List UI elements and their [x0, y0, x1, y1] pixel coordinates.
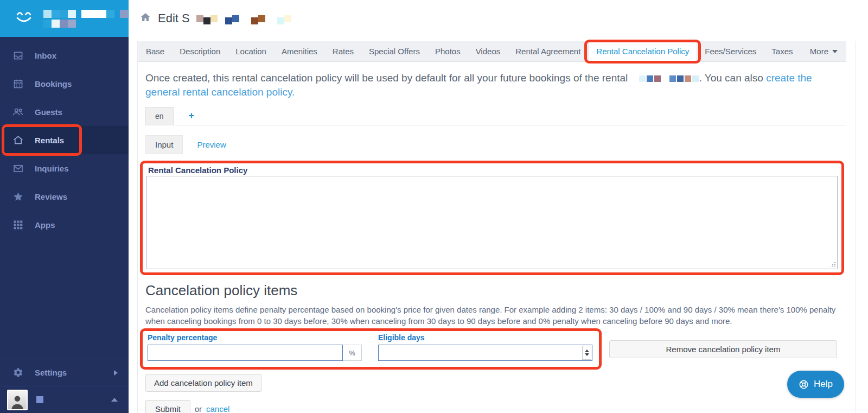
- submit-button[interactable]: Submit: [145, 400, 190, 413]
- more-label: More: [810, 47, 828, 56]
- penalty-percentage-field: Penalty percentage %: [148, 333, 362, 361]
- tab-input[interactable]: Input: [145, 135, 183, 154]
- envelope-icon: [12, 162, 24, 174]
- home-breadcrumb-icon[interactable]: [139, 11, 151, 26]
- calendar-icon: [12, 78, 24, 90]
- rental-section-tabs: Base Description Location Amenities Rate…: [138, 41, 846, 62]
- add-language-button[interactable]: +: [189, 110, 195, 122]
- tab-location[interactable]: Location: [228, 41, 274, 61]
- intro-text-part2: . You can also: [699, 72, 763, 84]
- app-logo-smiley-icon: [13, 7, 35, 30]
- sidebar-item-guests[interactable]: Guests: [0, 98, 129, 126]
- sidebar-nav: Inbox Bookings Guests Rentals: [0, 37, 129, 239]
- redaction-block: [68, 10, 76, 18]
- percent-addon: %: [343, 345, 362, 361]
- chevron-right-icon: [114, 370, 118, 376]
- star-icon: [12, 190, 24, 202]
- tab-amenities[interactable]: Amenities: [274, 41, 325, 61]
- tab-fees-services[interactable]: Fees/Services: [697, 41, 764, 61]
- redaction-block: [251, 17, 258, 24]
- help-label: Help: [814, 379, 833, 390]
- rental-name-redacted-inline: [639, 72, 661, 84]
- user-menu[interactable]: [0, 386, 129, 413]
- annotation-box-policy-editor: Rental Cancelation Policy: [140, 161, 844, 275]
- stepper-up-icon[interactable]: [585, 350, 589, 352]
- tabs-more-dropdown[interactable]: More: [801, 41, 846, 61]
- tab-rental-agreement[interactable]: Rental Agreement: [508, 41, 588, 61]
- sidebar-item-settings[interactable]: Settings: [0, 359, 129, 386]
- guests-people-icon: [12, 106, 24, 118]
- sidebar-item-label: Bookings: [35, 79, 72, 88]
- redaction-block: [43, 10, 52, 18]
- help-button[interactable]: Help: [787, 371, 844, 398]
- lifebuoy-icon: [799, 379, 809, 390]
- sidebar-item-label: Rentals: [35, 136, 64, 145]
- breadcrumb: Edit S: [129, 0, 868, 37]
- rental-name-redacted-inline: [669, 72, 699, 84]
- tab-language-en[interactable]: en: [145, 107, 174, 125]
- penalty-percentage-label: Penalty percentage: [148, 333, 362, 342]
- stepper-down-icon[interactable]: [585, 353, 589, 356]
- sidebar-item-apps[interactable]: Apps: [0, 211, 129, 239]
- redaction-block: [647, 75, 653, 82]
- sidebar-item-label: Inbox: [35, 51, 56, 60]
- sidebar-spacer: [0, 239, 129, 359]
- sidebar-item-label: Apps: [35, 220, 55, 230]
- sidebar-item-bookings[interactable]: Bookings: [0, 69, 129, 98]
- tab-videos[interactable]: Videos: [468, 41, 508, 61]
- penalty-percentage-input[interactable]: [148, 345, 343, 361]
- section-title: Cancelation policy items: [145, 282, 855, 299]
- tab-rental-cancelation-policy[interactable]: Rental Cancelation Policy: [588, 41, 697, 61]
- app-window: Inbox Bookings Guests Rentals: [0, 0, 868, 413]
- redaction-block: [677, 75, 684, 82]
- redaction-block: [81, 10, 106, 18]
- tab-description[interactable]: Description: [172, 41, 228, 61]
- caret-down-icon: [832, 50, 838, 53]
- rental-edit-panel: Base Description Location Amenities Rate…: [137, 41, 856, 413]
- redaction-block: [654, 75, 661, 82]
- sidebar-item-inquiries[interactable]: Inquiries: [0, 154, 129, 182]
- eligible-days-input[interactable]: [378, 345, 592, 361]
- language-tabs: en +: [145, 107, 846, 125]
- redaction-block: [52, 20, 60, 28]
- tab-taxes[interactable]: Taxes: [764, 41, 800, 61]
- intro-text: Once created, this rental cancelation po…: [145, 71, 844, 99]
- home-icon: [12, 134, 24, 146]
- rental-cancelation-policy-textarea[interactable]: [146, 176, 838, 269]
- redaction-block: [196, 15, 203, 22]
- redaction-block: [232, 15, 239, 22]
- form-actions: Submit or cancel: [145, 400, 855, 413]
- editor-mode-tabs: Input Preview: [145, 135, 855, 154]
- tab-preview[interactable]: Preview: [197, 140, 226, 149]
- number-stepper[interactable]: [582, 346, 591, 360]
- add-cancelation-policy-item-button[interactable]: Add cancelation policy item: [145, 374, 261, 392]
- main-content: Edit S Base Description Location Ameniti…: [129, 0, 868, 413]
- redaction-block: [284, 15, 291, 22]
- sidebar-item-inbox[interactable]: Inbox: [0, 41, 129, 69]
- tab-special-offers[interactable]: Special Offers: [361, 41, 427, 61]
- user-name-redacted: [36, 396, 43, 403]
- sidebar-item-reviews[interactable]: Reviews: [0, 182, 129, 211]
- inbox-icon: [12, 49, 24, 61]
- sidebar-item-label: Inquiries: [35, 164, 69, 173]
- sidebar-item-rentals[interactable]: Rentals: [0, 126, 129, 154]
- brand-header[interactable]: [0, 0, 129, 37]
- tab-rates[interactable]: Rates: [325, 41, 361, 61]
- redaction-block: [225, 17, 232, 24]
- tab-base[interactable]: Base: [138, 41, 172, 61]
- redaction-block: [60, 20, 68, 28]
- redaction-block: [68, 20, 76, 28]
- redaction-block: [639, 75, 646, 82]
- cancel-link[interactable]: cancel: [206, 404, 229, 413]
- intro-text-part1: Once created, this rental cancelation po…: [145, 72, 628, 84]
- redaction-block: [685, 75, 691, 82]
- penalty-input-group: %: [148, 345, 362, 361]
- or-text: or: [195, 404, 202, 413]
- tab-photos[interactable]: Photos: [427, 41, 468, 61]
- apps-grid-icon: [12, 219, 24, 231]
- remove-cancelation-policy-item-button[interactable]: Remove cancelation policy item: [609, 340, 837, 358]
- policy-textarea-label: Rental Cancelation Policy: [146, 165, 838, 176]
- redaction-block: [203, 17, 210, 24]
- sidebar-item-label: Guests: [35, 107, 62, 117]
- redaction-block: [669, 75, 676, 82]
